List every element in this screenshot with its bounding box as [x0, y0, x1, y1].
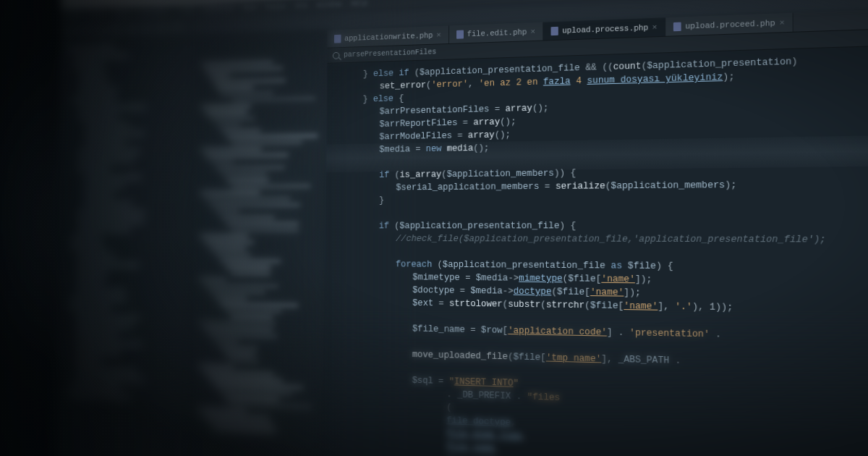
close-icon[interactable]: ×: [436, 30, 441, 39]
file-icon: [456, 30, 464, 38]
structure-panel[interactable]: [189, 30, 327, 456]
code-line: //check_file($application_presentation_f…: [345, 232, 868, 248]
tab-label: file.edit.php: [467, 28, 527, 38]
code-line: if ($application_presentation_file) {: [345, 219, 868, 233]
tab-label: applicationwrite.php: [344, 31, 433, 43]
file-icon: [673, 22, 681, 31]
code-line: [346, 204, 868, 220]
close-icon[interactable]: ×: [530, 27, 535, 35]
close-icon[interactable]: ×: [779, 18, 784, 28]
editor-area: applicationwrite.php×file.edit.php×uploa…: [324, 1, 868, 456]
ide-window: FileEditViewNavigate CodeRefactorRunTool…: [54, 0, 868, 456]
tab-label: upload.proceed.php: [685, 18, 775, 30]
file-icon: [551, 26, 558, 35]
close-icon[interactable]: ×: [652, 22, 658, 31]
tab-label: upload.process.php: [562, 23, 648, 35]
code-editor[interactable]: } else if ($application_presentation_fil…: [324, 39, 868, 456]
project-tree-panel[interactable]: [54, 35, 194, 456]
file-icon: [334, 34, 341, 43]
search-icon: [333, 51, 340, 59]
editor-tab[interactable]: file.edit.php×: [449, 22, 544, 43]
find-query-text: parsePresentationFiles: [344, 48, 436, 59]
